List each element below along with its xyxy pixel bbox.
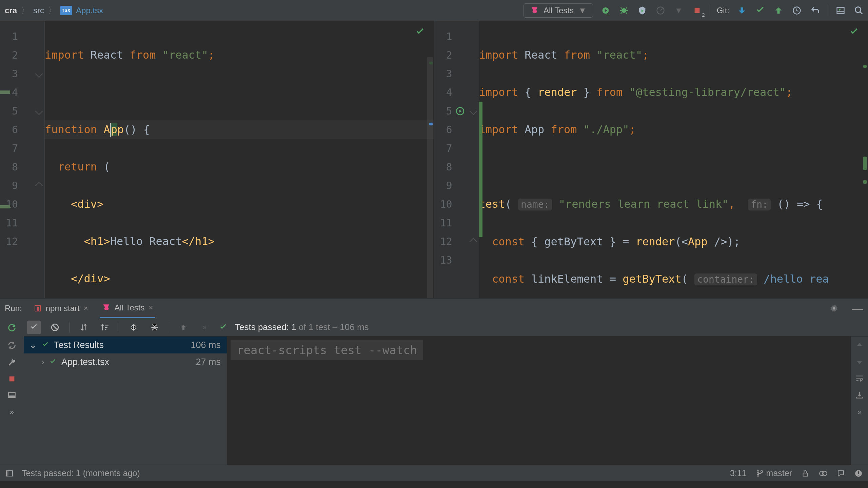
export-icon[interactable] <box>855 391 864 400</box>
line-number[interactable]: 2 <box>434 46 479 64</box>
gutter[interactable]: 1 2 3 4 5 6 7 8 9 10 11 12 <box>0 21 45 298</box>
editor-right[interactable]: 1 2 3 4 5 6 7 8 9 10 11 12 13 import Rea… <box>434 21 868 298</box>
line-number[interactable]: 8 <box>434 158 479 176</box>
down-icon[interactable] <box>855 358 864 366</box>
tab-all-tests[interactable]: All Tests × <box>100 299 155 318</box>
line-number[interactable]: 11 <box>0 214 44 232</box>
warn-icon[interactable] <box>854 469 863 477</box>
code-area[interactable]: import React from "react"; function App(… <box>45 21 434 298</box>
line-number[interactable]: 9 <box>434 176 479 195</box>
tree-file-label: App.test.tsx <box>61 357 109 367</box>
breadcrumb[interactable]: cra 〉 src 〉 TSX App.tsx <box>5 5 103 16</box>
bug-icon[interactable] <box>618 5 630 16</box>
check-icon[interactable] <box>849 27 859 37</box>
marker-bar[interactable] <box>861 21 868 298</box>
line-number[interactable]: 5 <box>434 102 479 120</box>
run-config-selector[interactable]: All Tests ▼ <box>524 3 593 18</box>
wrap-icon[interactable] <box>855 374 864 383</box>
gear-icon[interactable] <box>829 304 839 313</box>
git-label: Git: <box>717 6 729 15</box>
line-number[interactable]: 1 <box>434 27 479 46</box>
history-icon[interactable] <box>791 5 803 16</box>
code-area[interactable]: import React from "react"; import { rend… <box>479 21 868 298</box>
line-number[interactable]: 13 <box>434 251 479 269</box>
breadcrumb-root[interactable]: cra <box>5 6 17 15</box>
chevron-right-icon[interactable]: › <box>41 357 44 367</box>
chat-icon[interactable] <box>837 469 845 477</box>
wrench-icon[interactable] <box>7 358 16 367</box>
chevron-down-icon[interactable]: ⌄ <box>29 340 37 350</box>
line-number[interactable]: 1 <box>0 27 44 46</box>
git-push-icon[interactable] <box>773 5 784 16</box>
more-icon[interactable]: » <box>857 408 862 416</box>
stop-icon[interactable]: 2 <box>691 5 703 16</box>
collapse-all-icon[interactable] <box>148 321 161 334</box>
caret-position[interactable]: 3:11 <box>730 468 747 478</box>
profiler-icon[interactable] <box>655 5 666 16</box>
layout-icon[interactable] <box>835 5 846 16</box>
gutter[interactable]: 1 2 3 4 5 6 7 8 9 10 11 12 13 <box>434 21 479 298</box>
git-branch[interactable]: master <box>756 468 792 478</box>
line-number[interactable]: 10 <box>0 195 44 214</box>
chevron-down-icon[interactable]: ▼ <box>673 5 685 16</box>
lock-icon[interactable] <box>802 470 809 477</box>
git-pull-icon[interactable] <box>736 5 748 16</box>
line-number[interactable]: 11 <box>434 214 479 232</box>
line-number[interactable]: 12 <box>0 232 44 251</box>
chevron-right-icon: 〉 <box>48 5 56 16</box>
vcs-marker <box>0 90 10 94</box>
show-passed-icon[interactable] <box>27 321 41 334</box>
prev-failed-icon[interactable] <box>177 321 190 334</box>
more-icon[interactable]: » <box>10 408 14 416</box>
editor-left[interactable]: 1 2 3 4 5 6 7 8 9 10 11 12 import React … <box>0 21 434 298</box>
svg-rect-8 <box>37 307 39 311</box>
test-console[interactable]: react-scripts test --watch <box>227 337 851 465</box>
sort-duration-icon[interactable] <box>98 321 112 334</box>
line-number[interactable]: 10 <box>434 195 479 214</box>
line-number[interactable]: 2 <box>0 46 44 64</box>
stop-icon[interactable] <box>8 375 16 383</box>
search-icon[interactable] <box>853 5 865 16</box>
line-number[interactable]: 3 <box>434 64 479 83</box>
dock-icon[interactable] <box>7 391 16 400</box>
line-number[interactable]: 7 <box>434 139 479 158</box>
breadcrumb-file[interactable]: App.tsx <box>76 6 103 15</box>
breadcrumb-folder[interactable]: src <box>33 6 44 15</box>
next-failed-icon[interactable]: » <box>198 321 211 334</box>
show-ignored-icon[interactable] <box>48 321 62 334</box>
marker-bar[interactable] <box>427 21 434 298</box>
tree-root[interactable]: ⌄ Test Results 106 ms <box>24 337 227 353</box>
line-number[interactable]: 7 <box>0 139 44 158</box>
toggle-auto-icon[interactable] <box>7 341 17 350</box>
rerun-icon[interactable] <box>7 323 17 332</box>
sort-icon[interactable] <box>77 321 91 334</box>
line-number[interactable]: 5 <box>0 102 44 120</box>
expand-all-icon[interactable] <box>127 321 140 334</box>
line-number[interactable]: 6 <box>0 120 44 139</box>
git-commit-icon[interactable] <box>754 5 766 16</box>
panel-icon[interactable] <box>5 469 14 477</box>
sync-icon[interactable] <box>818 469 827 478</box>
test-tree[interactable]: ⌄ Test Results 106 ms › App.test.tsx <box>24 337 227 465</box>
tree-file[interactable]: › App.test.tsx 27 ms <box>24 353 227 370</box>
close-icon[interactable]: × <box>84 304 88 313</box>
tab-npm-start[interactable]: npm start × <box>32 299 90 318</box>
coverage-icon[interactable] <box>636 5 648 16</box>
tool-right-gutter: » <box>851 337 868 465</box>
run-icon[interactable] <box>600 5 611 16</box>
minimize-icon[interactable]: — <box>852 302 863 315</box>
line-number[interactable]: 12 <box>434 232 479 251</box>
undo-icon[interactable] <box>809 5 821 16</box>
line-number[interactable]: 9 <box>0 176 44 195</box>
line-number[interactable]: 3 <box>0 64 44 83</box>
line-number[interactable]: 6 <box>434 120 479 139</box>
svg-point-0 <box>622 8 626 13</box>
check-icon[interactable] <box>415 27 425 37</box>
close-icon[interactable]: × <box>149 303 153 312</box>
run-test-icon[interactable] <box>456 107 465 116</box>
code-token: ( <box>505 198 512 210</box>
line-number[interactable]: 8 <box>0 158 44 176</box>
line-number[interactable]: 4 <box>434 83 479 102</box>
code-token: function <box>45 123 97 136</box>
up-icon[interactable] <box>855 341 864 349</box>
